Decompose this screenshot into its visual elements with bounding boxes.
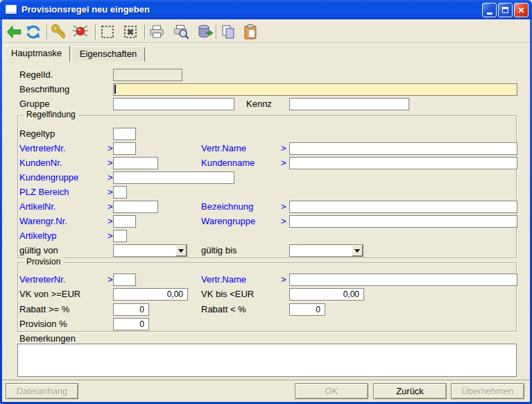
- artikeltyp-chevron: >: [108, 230, 113, 242]
- toolbar-separator: [46, 24, 47, 40]
- rabatt-lt-field[interactable]: [289, 303, 325, 316]
- provision-vertreternr-chevron: >: [108, 273, 113, 286]
- chevron-down-icon: [354, 249, 360, 253]
- provision-pct-field[interactable]: [113, 318, 149, 330]
- gueltig-von-label: gültig von: [19, 244, 58, 257]
- selection-icon[interactable]: [98, 23, 117, 41]
- artikelnr-label: ArtikelNr.: [19, 201, 56, 213]
- vk-von-field[interactable]: [113, 288, 188, 301]
- toolbar-separator: [216, 24, 216, 40]
- artikeltyp-label: Artikeltyp: [19, 230, 56, 242]
- artikelnr-field[interactable]: [113, 201, 158, 213]
- provision-groupbox: Provision: [17, 262, 517, 332]
- rabatt-ge-field[interactable]: [113, 303, 149, 316]
- window-controls: ✕: [482, 3, 529, 17]
- gueltig-von-dropdown-button[interactable]: [175, 245, 187, 256]
- vertrname-chevron: >: [281, 142, 286, 155]
- key-icon[interactable]: [50, 23, 68, 41]
- provision-vertrname-chevron: >: [281, 273, 286, 286]
- gueltig-von-combobox[interactable]: [113, 244, 187, 257]
- warengruppe-label: Warengruppe: [201, 215, 255, 228]
- minimize-button[interactable]: [482, 3, 497, 17]
- chevron-down-icon: [178, 249, 184, 253]
- kundenname-chevron: >: [281, 157, 286, 169]
- maximize-button[interactable]: [498, 3, 513, 17]
- tab-eigenschaften[interactable]: Eigenschaften: [71, 47, 145, 62]
- vk-bis-field[interactable]: [289, 288, 364, 301]
- toolbar-separator: [144, 24, 145, 40]
- uebernehmen-button[interactable]: Übernehmen: [451, 383, 524, 399]
- provision-vertrname-field[interactable]: [289, 273, 517, 286]
- gueltig-bis-combobox[interactable]: [289, 244, 363, 257]
- regeltyp-field[interactable]: [113, 128, 136, 140]
- plzbereich-label: PLZ Bereich: [19, 186, 69, 199]
- zurueck-button[interactable]: Zurück: [373, 383, 447, 399]
- rabatt-ge-label: Rabatt >= %: [19, 303, 69, 316]
- kennz-label: Kennz: [246, 98, 272, 110]
- clear-selection-icon[interactable]: [121, 23, 139, 41]
- debug-spider-icon[interactable]: [71, 23, 89, 41]
- tab-hauptmaske[interactable]: Hauptmaske: [3, 45, 70, 62]
- plzbereich-field[interactable]: [113, 186, 127, 199]
- close-icon: ✕: [517, 6, 524, 15]
- artikelnr-chevron: >: [108, 201, 113, 213]
- kundenname-label: Kundenname: [201, 157, 255, 169]
- bezeichnung-label: Bezeichnung: [201, 201, 253, 213]
- minimize-icon: [487, 12, 492, 15]
- vk-bis-label: VK bis <EUR: [201, 288, 254, 301]
- vertreternr-field[interactable]: [113, 142, 136, 155]
- window-icon: [6, 5, 17, 14]
- warengrnr-field[interactable]: [113, 215, 136, 228]
- vertreternr-chevron: >: [108, 142, 113, 155]
- copy-icon[interactable]: [219, 23, 237, 41]
- close-button[interactable]: ✕: [514, 3, 529, 17]
- provision-vertrname-label: Vertr.Name: [201, 273, 246, 286]
- regelid-field: [113, 69, 182, 81]
- titlebar[interactable]: Provisionsregel neu eingeben ✕: [0, 0, 532, 19]
- provision-legend: Provision: [24, 257, 63, 267]
- ok-button[interactable]: OK: [295, 383, 368, 399]
- toolbar: [2, 19, 530, 43]
- warengruppe-chevron: >: [281, 215, 286, 228]
- refresh-icon[interactable]: [24, 23, 42, 41]
- dialog-window: Provisionsregel neu eingeben ✕: [0, 0, 532, 404]
- rabatt-lt-label: Rabatt < %: [201, 303, 246, 316]
- gueltig-bis-label: gültig bis: [201, 244, 237, 257]
- kennz-field[interactable]: [289, 98, 409, 110]
- regeltyp-label: Regeltyp: [19, 128, 55, 140]
- export-data-icon[interactable]: [196, 23, 214, 41]
- regelfindung-legend: Regelfindung: [24, 110, 78, 119]
- vertrname-field[interactable]: [289, 142, 517, 155]
- kundennr-chevron: >: [108, 157, 113, 169]
- provision-vertreternr-field[interactable]: [113, 273, 136, 286]
- kundennr-field[interactable]: [113, 157, 158, 169]
- warengruppe-field[interactable]: [289, 215, 517, 228]
- bemerkungen-field[interactable]: [17, 344, 517, 377]
- text-caret: [114, 85, 116, 94]
- provision-pct-label: Provision %: [19, 318, 67, 330]
- gruppe-field[interactable]: [113, 98, 234, 110]
- kundengruppe-chevron: >: [108, 171, 113, 184]
- kundengruppe-field[interactable]: [113, 171, 234, 184]
- paste-icon[interactable]: [241, 23, 259, 41]
- bezeichnung-chevron: >: [281, 201, 286, 213]
- gruppe-label: Gruppe: [19, 98, 49, 110]
- print-preview-icon[interactable]: [172, 23, 190, 41]
- regelid-label: RegelId.: [19, 69, 53, 81]
- vertrname-label: Vertr.Name: [201, 142, 246, 155]
- artikeltyp-field[interactable]: [113, 230, 127, 242]
- window-title: Provisionsregel neu eingeben: [22, 0, 150, 19]
- bezeichnung-field[interactable]: [289, 201, 517, 213]
- beschriftung-field[interactable]: [113, 83, 517, 96]
- kundenname-field[interactable]: [289, 157, 517, 169]
- kundennr-label: KundenNr.: [19, 157, 62, 169]
- dialog-content: Hauptmaske Eigenschaften RegelId. Beschr…: [2, 19, 530, 402]
- dateianhang-button[interactable]: Dateianhang: [6, 383, 78, 399]
- gueltig-bis-dropdown-button[interactable]: [352, 245, 363, 256]
- print-icon[interactable]: [148, 23, 166, 41]
- maximize-icon: [502, 7, 508, 13]
- bottom-separator: [2, 380, 530, 381]
- back-icon[interactable]: [5, 23, 23, 41]
- provision-vertreternr-label: VertreterNr.: [19, 273, 65, 286]
- beschriftung-label: Beschriftung: [19, 83, 69, 96]
